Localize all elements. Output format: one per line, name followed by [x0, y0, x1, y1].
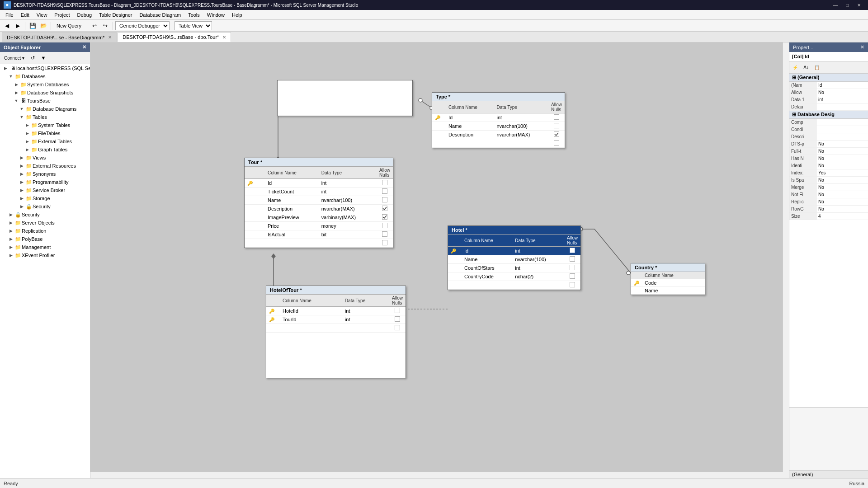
menu-item-table designer[interactable]: Table Designer — [95, 10, 136, 20]
hotel-col-null-header: Allow Nulls — [564, 235, 580, 247]
type-table[interactable]: Type * Column Name Data Type Allow Nulls… — [432, 92, 565, 148]
prop-close-icon[interactable]: ✕ — [860, 44, 864, 50]
oe-connect-button[interactable]: Connect ▾ — [2, 53, 27, 63]
tb-forward[interactable]: ▶ — [13, 21, 23, 31]
tab-1[interactable]: DESKTOP-ITDASH9\S...rsBase - dbo.Tour*✕ — [118, 32, 231, 42]
table-row[interactable] — [448, 281, 580, 290]
table-row[interactable]: 🔑 TourId int — [266, 315, 406, 324]
oe-filter-button[interactable]: ▼ — [38, 53, 48, 63]
tree-item-6[interactable]: ▼📁Tables — [0, 113, 90, 121]
tree-node-icon: 📁 — [25, 195, 33, 202]
tb-open[interactable]: 📂 — [38, 21, 48, 31]
tree-item-7[interactable]: ▶📁System Tables — [0, 121, 90, 129]
col-name: Name — [462, 255, 512, 264]
tree-item-5[interactable]: ▼📁Database Diagrams — [0, 105, 90, 113]
diagram-area[interactable]: Tour * Column Name Data Type Allow Nulls… — [90, 42, 789, 478]
table-row[interactable]: Name nvarchar(100) — [448, 255, 580, 264]
table-row[interactable]: Description nvarchar(MAX) — [245, 205, 393, 213]
tree-node-label: Views — [33, 155, 46, 160]
menu-item-file[interactable]: File — [2, 10, 17, 20]
menu-item-project[interactable]: Project — [51, 10, 73, 20]
menu-item-edit[interactable]: Edit — [17, 10, 33, 20]
tree-item-17[interactable]: ▶🔒Security — [0, 202, 90, 211]
table-row[interactable]: Name — [631, 287, 705, 295]
menu-item-window[interactable]: Window — [203, 10, 228, 20]
tree-item-20[interactable]: ▶📁Replication — [0, 227, 90, 235]
tree-item-23[interactable]: ▶📁XEvent Profiler — [0, 251, 90, 259]
hoteloftour-table[interactable]: HotelOfTour * Column Name Data Type Allo… — [266, 286, 406, 378]
tb-undo[interactable]: ↩ — [90, 21, 99, 31]
tree-item-22[interactable]: ▶📁Management — [0, 243, 90, 251]
tree-item-12[interactable]: ▶📁External Resources — [0, 162, 90, 170]
menu-item-view[interactable]: View — [33, 10, 51, 20]
diagram-scrollbar-horizontal[interactable] — [90, 472, 789, 478]
debugger-dropdown[interactable]: Generic Debugger — [115, 21, 170, 30]
tree-item-14[interactable]: ▶📁Programmability — [0, 178, 90, 186]
table-row[interactable]: Price money — [245, 222, 393, 230]
tb-new-query[interactable]: New Query — [53, 21, 85, 31]
prop-btn2[interactable]: A↕ — [801, 62, 811, 72]
prop-btn3[interactable]: 📋 — [812, 62, 822, 72]
object-explorer: Object Explorer ✕ Connect ▾ ↺ ▼ ▶🖥localh… — [0, 42, 90, 478]
menu-item-database diagram[interactable]: Database Diagram — [136, 10, 184, 20]
prop-section-db: ⊞ Database Desig — [789, 111, 868, 119]
tree-item-16[interactable]: ▶📁Storage — [0, 194, 90, 202]
table-row[interactable]: Name nvarchar(100) — [245, 196, 393, 205]
tree-node-label: External Resources — [33, 163, 76, 169]
table-row[interactable] — [266, 324, 406, 333]
table-row[interactable]: TicketCount int — [245, 188, 393, 196]
tb-redo[interactable]: ↪ — [100, 21, 110, 31]
close-button[interactable]: ✕ — [854, 1, 864, 9]
table-row[interactable]: 🔑 HotelId int — [266, 307, 406, 315]
prop-btn1[interactable]: ⚡ — [790, 62, 800, 72]
tour-table[interactable]: Tour * Column Name Data Type Allow Nulls… — [244, 158, 393, 248]
tree-item-3[interactable]: ▶📁Database Snapshots — [0, 89, 90, 97]
tree-item-10[interactable]: ▶📁Graph Tables — [0, 145, 90, 154]
tree-item-11[interactable]: ▶📁Views — [0, 154, 90, 162]
tb-sep1 — [25, 22, 25, 30]
tree-node-icon: 📁 — [14, 73, 22, 80]
table-row[interactable]: IsActual bit — [245, 230, 393, 239]
table-row[interactable]: CountOfStars int — [448, 264, 580, 272]
table-row[interactable]: ImagePreview varbinary(MAX) — [245, 213, 393, 222]
tree-item-21[interactable]: ▶📁PolyBase — [0, 235, 90, 243]
table-row[interactable]: 🔑 Code — [631, 279, 705, 287]
tree-item-18[interactable]: ▶🔒Security — [0, 211, 90, 219]
view-dropdown[interactable]: Table View — [175, 21, 212, 30]
menu-item-debug[interactable]: Debug — [74, 10, 95, 20]
tree-item-4[interactable]: ▼🗄ToursBase — [0, 97, 90, 105]
country-table[interactable]: Country * Column Name 🔑 Code Name — [631, 263, 705, 295]
tree-item-19[interactable]: ▶📁Server Objects — [0, 219, 90, 227]
table-row[interactable] — [245, 239, 393, 248]
tree-item-8[interactable]: ▶📁FileTables — [0, 129, 90, 137]
table-row[interactable]: Name nvarchar(100) — [432, 122, 565, 131]
tab-close-0[interactable]: ✕ — [108, 35, 112, 40]
table-row[interactable]: 🔑 Id int — [432, 113, 565, 122]
tree-node-label: System Tables — [38, 122, 70, 128]
minimize-button[interactable]: — — [830, 1, 841, 9]
tab-0[interactable]: DESKTOP-ITDASH9\...se - BaseDiagramm*✕ — [2, 32, 117, 42]
col-name: Name — [265, 196, 319, 205]
tab-close-1[interactable]: ✕ — [222, 35, 226, 40]
tree-item-15[interactable]: ▶📁Service Broker — [0, 186, 90, 194]
menu-item-tools[interactable]: Tools — [184, 10, 203, 20]
table-row[interactable]: 🔑 Id int — [245, 179, 393, 188]
tree-item-9[interactable]: ▶📁External Tables — [0, 137, 90, 145]
tree-item-1[interactable]: ▼📁Databases — [0, 72, 90, 80]
tb-back[interactable]: ◀ — [2, 21, 12, 31]
menu-item-help[interactable]: Help — [228, 10, 246, 20]
oe-close-icon[interactable]: ✕ — [82, 44, 86, 50]
table-row[interactable]: 🔑 Id int — [448, 247, 580, 255]
tree-item-2[interactable]: ▶📁System Databases — [0, 80, 90, 89]
table-row[interactable] — [432, 139, 565, 148]
country-table-header: Country * — [631, 263, 705, 272]
tree-item-0[interactable]: ▶🖥localhost\SQLEXPRESS (SQL Server 14.0.… — [0, 64, 90, 72]
table-row[interactable]: Description nvarchar(MAX) — [432, 131, 565, 139]
tree-item-13[interactable]: ▶📁Synonyms — [0, 170, 90, 178]
diagram-scrollbar-vertical[interactable] — [783, 42, 789, 472]
maximize-button[interactable]: □ — [842, 1, 853, 9]
oe-refresh-button[interactable]: ↺ — [28, 53, 38, 63]
tb-save[interactable]: 💾 — [28, 21, 38, 31]
table-row[interactable]: CountryCode nchar(2) — [448, 272, 580, 281]
hotel-table[interactable]: Hotel * Column Name Data Type Allow Null… — [448, 225, 581, 290]
